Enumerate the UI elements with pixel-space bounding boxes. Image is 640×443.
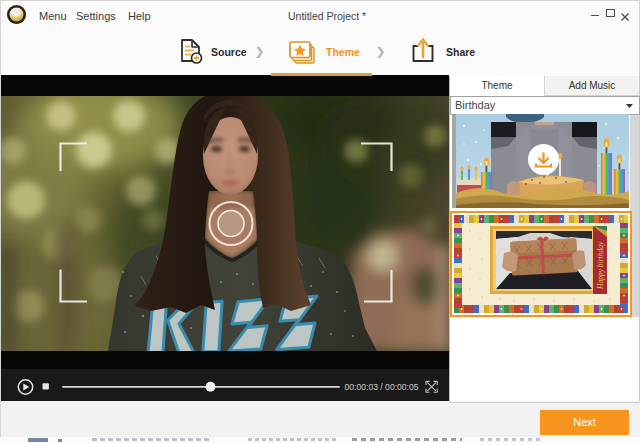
svg-text:00:00:03 / 00:00:05: 00:00:03 / 00:00:05 <box>345 382 419 392</box>
svg-text:Happy birthday: Happy birthday <box>596 241 605 290</box>
